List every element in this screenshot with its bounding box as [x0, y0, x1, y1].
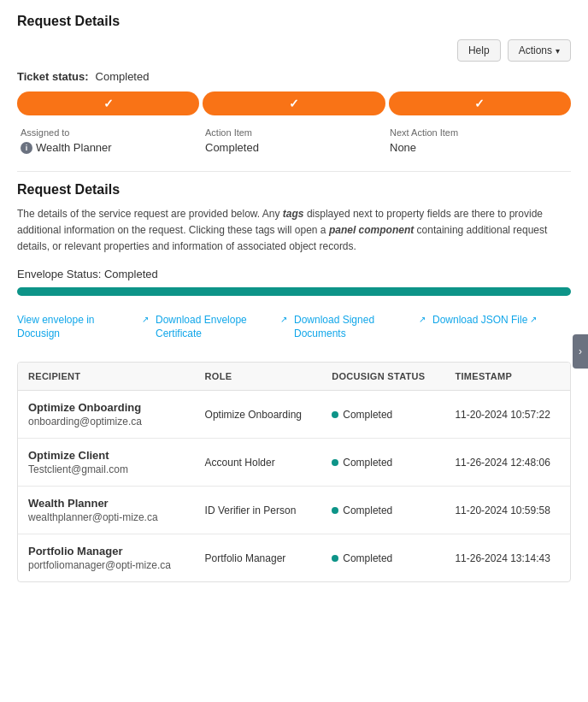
timestamp-2: 11-20-2024 10:59:58 — [455, 504, 550, 516]
view-envelope-text: View envelope in Docusign — [17, 313, 139, 342]
cell-timestamp-2: 11-20-2024 10:59:58 — [444, 487, 570, 534]
col-recipient: RECIPIENT — [18, 363, 195, 391]
cell-status-3: Completed — [321, 534, 444, 582]
envelope-progress-bar — [17, 287, 571, 296]
cell-role-3: Portfolio Manager — [195, 534, 322, 582]
progress-segment-2: ✓ — [203, 91, 385, 115]
action-links: View envelope in Docusign ↗ Download Env… — [17, 313, 571, 342]
cell-status-0: Completed — [321, 391, 444, 439]
status-dot-2 — [332, 507, 338, 514]
table-row: Portfolio Manager portfoliomanager@opti-… — [18, 534, 570, 582]
section-divider — [17, 171, 571, 172]
status-dot-0 — [332, 411, 338, 418]
external-icon-1: ↗ — [142, 314, 149, 326]
next-action-item-col: Next Action Item None — [386, 127, 571, 154]
recipient-email-2: wealthplanner@opti-mize.ca — [28, 511, 185, 523]
help-button[interactable]: Help — [457, 39, 501, 62]
page-container: Request Details Help Actions Ticket stat… — [0, 0, 588, 596]
download-cert-text: Download Envelope Certificate — [156, 313, 278, 342]
recipient-name-0: Optimize Onboarding — [28, 401, 185, 414]
desc-tags: tags — [283, 208, 304, 220]
col-timestamp: TIMESTAMP — [444, 363, 570, 391]
recipient-name-1: Optimize Client — [28, 449, 185, 462]
status-text-2: Completed — [343, 504, 392, 516]
status-dot-3 — [332, 555, 338, 562]
cell-role-2: ID Verifier in Person — [195, 487, 322, 534]
download-json-text: Download JSON File — [432, 313, 527, 327]
recipients-table: RECIPIENT ROLE DOCUSIGN STATUS TIMESTAMP… — [18, 363, 570, 581]
table-row: Optimize Client Testclient@gmail.com Acc… — [18, 439, 570, 487]
next-action-value: None — [390, 141, 567, 154]
description-text: The details of the service request are p… — [17, 206, 571, 256]
recipient-name-3: Portfolio Manager — [28, 545, 185, 557]
timestamp-3: 11-26-2024 13:14:43 — [455, 552, 550, 564]
status-text-1: Completed — [343, 457, 392, 469]
cell-status-1: Completed — [321, 439, 444, 487]
table-row: Wealth Planner wealthplanner@opti-mize.c… — [18, 487, 570, 534]
recipients-table-container: RECIPIENT ROLE DOCUSIGN STATUS TIMESTAMP… — [17, 362, 571, 582]
workflow-columns: Assigned to i Wealth Planner Action Item… — [17, 127, 571, 154]
table-header-row: RECIPIENT ROLE DOCUSIGN STATUS TIMESTAMP — [18, 363, 570, 391]
cell-recipient-1: Optimize Client Testclient@gmail.com — [18, 439, 195, 487]
progress-segment-3: ✓ — [389, 91, 571, 115]
desc-panel: panel component — [329, 224, 414, 236]
recipient-email-1: Testclient@gmail.com — [28, 463, 185, 475]
cell-recipient-0: Optimize Onboarding onboarding@optimize.… — [18, 391, 195, 439]
cell-timestamp-1: 11-26-2024 12:48:06 — [444, 439, 570, 487]
action-item-label: Action Item — [205, 127, 383, 138]
ticket-status-row: Ticket status: Completed — [17, 70, 571, 83]
col-role: ROLE — [195, 363, 322, 391]
table-row: Optimize Onboarding onboarding@optimize.… — [18, 391, 570, 439]
action-item-value: Completed — [205, 141, 383, 154]
download-signed-text: Download Signed Documents — [294, 313, 416, 342]
checkmark-2: ✓ — [289, 97, 299, 110]
cell-recipient-2: Wealth Planner wealthplanner@opti-mize.c… — [18, 487, 195, 534]
progress-bar: ✓ ✓ ✓ — [17, 91, 571, 115]
recipient-name-2: Wealth Planner — [28, 497, 185, 510]
ticket-status-label: Ticket status: — [17, 70, 89, 83]
checkmark-1: ✓ — [103, 97, 114, 110]
download-signed-link[interactable]: Download Signed Documents ↗ — [294, 313, 432, 342]
recipient-email-0: onboarding@optimize.ca — [28, 416, 185, 428]
ticket-status-value: Completed — [96, 70, 150, 83]
info-icon: i — [21, 142, 32, 154]
progress-segment-1: ✓ — [17, 91, 199, 115]
external-icon-4: ↗ — [530, 314, 537, 326]
side-tab-arrow-icon: › — [579, 345, 582, 357]
side-tab[interactable]: › — [573, 334, 588, 369]
cell-timestamp-3: 11-26-2024 13:14:43 — [444, 534, 570, 582]
cell-timestamp-0: 11-20-2024 10:57:22 — [444, 391, 570, 439]
external-icon-2: ↗ — [280, 314, 287, 326]
next-action-label: Next Action Item — [390, 127, 567, 138]
cell-role-1: Account Holder — [195, 439, 322, 487]
assigned-to-label: Assigned to — [21, 127, 198, 138]
status-text-3: Completed — [343, 552, 392, 564]
cell-role-0: Optimize Onboarding — [195, 391, 322, 439]
col-docusign-status: DOCUSIGN STATUS — [321, 363, 444, 391]
download-cert-link[interactable]: Download Envelope Certificate ↗ — [156, 313, 294, 342]
cell-status-2: Completed — [321, 487, 444, 534]
download-json-link[interactable]: Download JSON File ↗ — [432, 313, 571, 342]
timestamp-0: 11-20-2024 10:57:22 — [455, 409, 550, 421]
timestamp-1: 11-26-2024 12:48:06 — [455, 457, 550, 469]
desc-part1: The details of the service request are p… — [17, 208, 283, 220]
page-title: Request Details — [17, 14, 571, 29]
section-title: Request Details — [17, 182, 571, 198]
status-text-0: Completed — [343, 409, 392, 421]
action-item-col: Action Item Completed — [202, 127, 386, 154]
actions-button[interactable]: Actions — [508, 39, 571, 62]
view-envelope-link[interactable]: View envelope in Docusign ↗ — [17, 313, 156, 342]
envelope-status: Envelope Status: Completed — [17, 268, 571, 280]
top-actions: Help Actions — [17, 39, 571, 62]
assigned-to-col: Assigned to i Wealth Planner — [17, 127, 202, 154]
status-dot-1 — [332, 459, 338, 466]
external-icon-3: ↗ — [419, 314, 426, 326]
recipient-email-3: portfoliomanager@opti-mize.ca — [28, 559, 185, 571]
cell-recipient-3: Portfolio Manager portfoliomanager@opti-… — [18, 534, 195, 582]
assigned-to-value: i Wealth Planner — [21, 141, 198, 154]
checkmark-3: ✓ — [474, 97, 485, 110]
